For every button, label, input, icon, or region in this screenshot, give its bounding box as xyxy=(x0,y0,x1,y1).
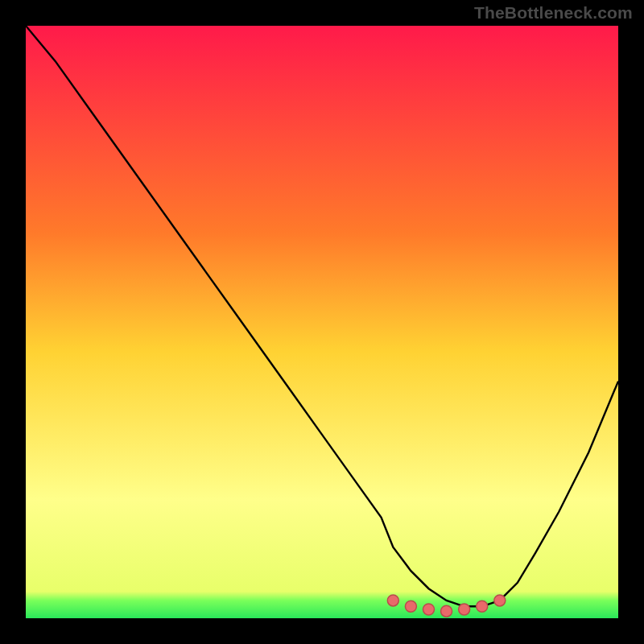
marker-point xyxy=(477,601,488,612)
bottleneck-chart xyxy=(26,26,618,618)
marker-point xyxy=(441,605,452,617)
marker-point xyxy=(459,604,470,615)
watermark-text: TheBottleneck.com xyxy=(474,3,633,23)
marker-point xyxy=(405,601,416,612)
marker-point xyxy=(494,595,506,606)
chart-frame: TheBottleneck.com xyxy=(0,0,644,644)
gradient-background xyxy=(26,26,618,618)
marker-point xyxy=(423,604,434,615)
marker-point xyxy=(387,595,398,606)
